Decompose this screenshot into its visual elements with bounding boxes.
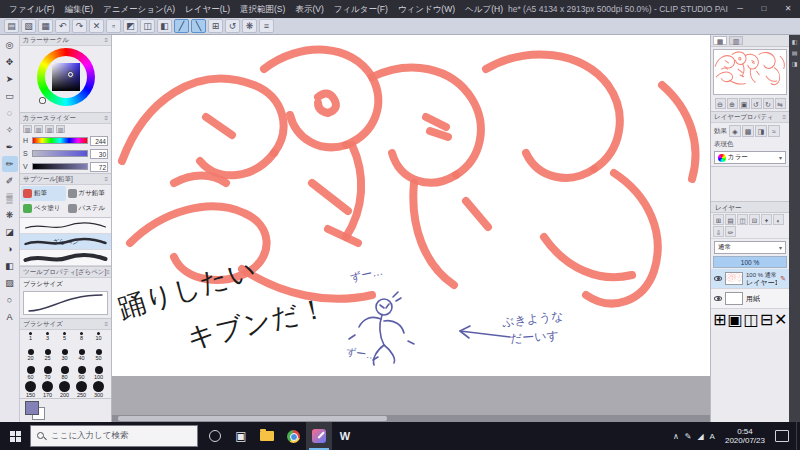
hidden-icons-chevron[interactable]: ∧ bbox=[673, 432, 679, 441]
brush-size-option[interactable]: 80 bbox=[56, 364, 73, 381]
rotate-view-icon[interactable]: ↺ bbox=[225, 19, 240, 33]
pen-input-icon[interactable]: ✎ bbox=[685, 432, 692, 441]
clip-studio-paint-taskbar-icon[interactable] bbox=[306, 422, 332, 450]
hsv-tab-icon[interactable]: ▥ bbox=[23, 125, 32, 133]
trash-icon[interactable]: ✕ bbox=[774, 310, 787, 329]
start-button[interactable] bbox=[0, 422, 30, 450]
tool-pencil[interactable]: ✏ bbox=[2, 156, 18, 172]
cortana-icon[interactable] bbox=[202, 422, 228, 450]
hue-cursor[interactable] bbox=[40, 98, 45, 103]
w-app-icon[interactable]: W bbox=[332, 422, 358, 450]
tool-fill[interactable]: ◧ bbox=[2, 258, 18, 274]
layer-palette-tab[interactable]: レイヤー bbox=[711, 202, 789, 213]
tool-selection[interactable]: ▭ bbox=[2, 88, 18, 104]
brush-size-option[interactable]: 150 bbox=[22, 381, 39, 398]
canvas-paper[interactable]: 踊りしたい キブンだ！ ずー… ずー… ぶ bbox=[112, 35, 710, 376]
brush-size-option[interactable]: 200 bbox=[56, 381, 73, 398]
browser-icon[interactable] bbox=[280, 422, 306, 450]
visibility-eye-icon[interactable] bbox=[714, 276, 722, 281]
blend-mode-dropdown[interactable]: 通常 ▾ bbox=[714, 241, 786, 254]
new-vector-layer-icon[interactable]: ▣ bbox=[727, 310, 742, 329]
taskbar-clock[interactable]: 0:54 2020/07/23 bbox=[721, 427, 769, 446]
navigator-preview[interactable] bbox=[713, 49, 787, 95]
subtool-fill[interactable]: ベタ塗り bbox=[21, 201, 66, 216]
invert-selection-icon[interactable]: ◩ bbox=[123, 19, 138, 33]
snap-ruler-icon[interactable]: ╱ bbox=[174, 19, 189, 33]
saturation-value[interactable]: 30 bbox=[90, 149, 108, 159]
opacity-slider[interactable]: 100 % bbox=[713, 256, 787, 268]
tool-pen[interactable]: ✒ bbox=[2, 139, 18, 155]
new-canvas-icon[interactable]: ▤ bbox=[4, 19, 19, 33]
lock-layer-icon[interactable]: ✏ bbox=[725, 226, 736, 237]
subtool-pencil[interactable]: 鉛筆 bbox=[21, 186, 66, 201]
tool-gradient[interactable]: ▨ bbox=[2, 275, 18, 291]
navigator-tab[interactable]: ▦ bbox=[713, 36, 727, 45]
clip-to-layer-icon[interactable]: ✦ bbox=[761, 214, 772, 225]
brush-size-option[interactable]: 3 bbox=[39, 330, 56, 347]
layer-mask-icon[interactable]: ◐ bbox=[773, 214, 784, 225]
sv-cursor[interactable] bbox=[68, 72, 73, 77]
panel-menu-icon[interactable]: ≡ bbox=[104, 321, 108, 327]
gray-tab-icon[interactable]: ▥ bbox=[56, 125, 65, 133]
panel-menu-icon[interactable]: ≡ bbox=[106, 269, 110, 275]
tool-move[interactable]: ✥ bbox=[2, 54, 18, 70]
network-icon[interactable]: ◢ bbox=[697, 432, 703, 441]
subtool-rough-pencil[interactable]: ガサ鉛筆 bbox=[66, 186, 111, 201]
task-view-icon[interactable]: ▣ bbox=[228, 422, 254, 450]
new-folder-icon[interactable]: ▤ bbox=[725, 214, 736, 225]
brush-item-zarapen[interactable]: ざらペン bbox=[20, 234, 111, 250]
tool-text[interactable]: A bbox=[2, 309, 18, 325]
brush-size-option[interactable]: 20 bbox=[22, 347, 39, 364]
sub-view-tab[interactable]: ▥ bbox=[729, 36, 743, 45]
brush-size-option[interactable]: 60 bbox=[22, 364, 39, 381]
rotate-left-icon[interactable]: ↺ bbox=[751, 98, 762, 109]
subtool-pastel[interactable]: パステル bbox=[66, 201, 111, 216]
selection-border-icon[interactable]: ◫ bbox=[140, 19, 155, 33]
tool-eyedropper[interactable]: ✧ bbox=[2, 122, 18, 138]
open-file-icon[interactable]: ▧ bbox=[21, 19, 36, 33]
tool-airbrush[interactable]: ▒ bbox=[2, 190, 18, 206]
tool-decoration[interactable]: ❋ bbox=[2, 207, 18, 223]
tool-eraser[interactable]: ◪ bbox=[2, 224, 18, 240]
menu-item[interactable]: 表示(V) bbox=[290, 0, 328, 18]
close-button[interactable]: ✕ bbox=[776, 0, 800, 18]
brush-size-option[interactable]: 50 bbox=[90, 347, 107, 364]
fit-to-screen-icon[interactable]: ▣ bbox=[739, 98, 750, 109]
brush-size-curve[interactable] bbox=[23, 291, 108, 315]
saturation-value-box[interactable] bbox=[52, 63, 80, 91]
tone-effect-icon[interactable]: ▩ bbox=[742, 125, 754, 137]
save-icon[interactable]: ▦ bbox=[38, 19, 53, 33]
brush-size-option[interactable]: 40 bbox=[73, 347, 90, 364]
tool-figure[interactable]: ○ bbox=[2, 292, 18, 308]
expression-color-dropdown[interactable]: カラー ▾ bbox=[714, 151, 786, 164]
brush-size-option[interactable]: 10 bbox=[90, 330, 107, 347]
tool-operation[interactable]: ➤ bbox=[2, 71, 18, 87]
zoom-in-icon[interactable]: ⊕ bbox=[727, 98, 738, 109]
delete-layer-icon[interactable]: ⊟ bbox=[749, 214, 760, 225]
redo-icon[interactable]: ↷ bbox=[72, 19, 87, 33]
grid-icon[interactable]: ⊞ bbox=[208, 19, 223, 33]
duplicate-layer-icon[interactable]: ◫ bbox=[737, 214, 748, 225]
brush-size-option[interactable]: 25 bbox=[39, 347, 56, 364]
brush-size-option[interactable]: 170 bbox=[39, 381, 56, 398]
delete-icon[interactable]: ✕ bbox=[89, 19, 104, 33]
brush-size-option[interactable]: 5 bbox=[56, 330, 73, 347]
horizontal-scrollbar[interactable] bbox=[112, 415, 710, 422]
merge-icon[interactable]: ⊟ bbox=[760, 310, 773, 329]
brush-size-option[interactable]: 100 bbox=[90, 364, 107, 381]
deselect-icon[interactable]: ▫ bbox=[106, 19, 121, 33]
minimize-button[interactable]: ─ bbox=[728, 0, 752, 18]
visibility-eye-icon[interactable] bbox=[714, 296, 722, 301]
panel-menu-icon[interactable]: ≡ bbox=[104, 176, 108, 182]
menu-item[interactable]: レイヤー(L) bbox=[180, 0, 235, 18]
saturation-slider[interactable] bbox=[32, 150, 88, 157]
fill-icon[interactable]: ◧ bbox=[157, 19, 172, 33]
cmyk-tab-icon[interactable]: ▥ bbox=[45, 125, 54, 133]
taskbar-search-box[interactable]: ここに入力して検索 bbox=[30, 425, 198, 447]
tool-brush[interactable]: ✐ bbox=[2, 173, 18, 189]
menu-item[interactable]: アニメーション(A) bbox=[98, 0, 180, 18]
tool-zoom[interactable]: ◎ bbox=[2, 37, 18, 53]
file-explorer-icon[interactable] bbox=[254, 422, 280, 450]
layer-color-icon[interactable]: ◨ bbox=[755, 125, 767, 137]
layer-row-layer1[interactable]: 100 % 通常 レイヤー1 ✎ bbox=[711, 269, 789, 289]
